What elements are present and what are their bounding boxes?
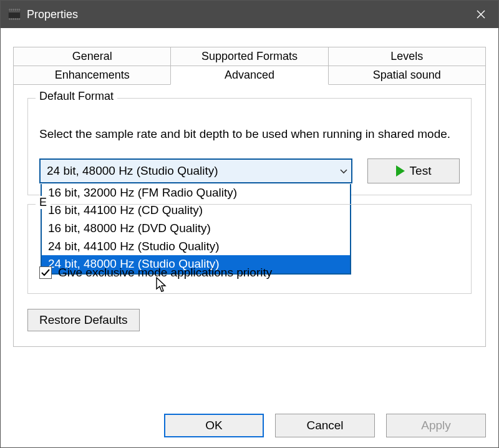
close-button[interactable]	[466, 1, 496, 28]
group-exclusive-mode-legend: E	[36, 196, 51, 209]
dialog-footer: OK Cancel Apply	[1, 404, 498, 447]
tab-advanced[interactable]: Advanced	[170, 66, 328, 85]
ok-button[interactable]: OK	[164, 414, 264, 437]
properties-window: Properties General Supported Formats Lev…	[0, 0, 499, 448]
group-default-format-legend: Default Format	[36, 90, 117, 103]
svg-rect-9	[11, 18, 12, 20]
group-default-format: Default Format Select the sample rate an…	[27, 98, 472, 195]
svg-rect-10	[13, 18, 14, 20]
tab-body-advanced: Default Format Select the sample rate an…	[13, 84, 486, 347]
svg-rect-7	[19, 9, 20, 11]
titlebar: Properties	[1, 1, 498, 28]
svg-rect-5	[15, 9, 16, 11]
svg-rect-8	[9, 18, 11, 20]
svg-rect-12	[17, 18, 18, 20]
svg-rect-1	[9, 11, 20, 12]
default-format-description: Select the sample rate and bit depth to …	[39, 126, 460, 142]
tab-spatial-sound[interactable]: Spatial sound	[328, 66, 486, 85]
svg-rect-6	[17, 9, 18, 11]
tab-supported-formats[interactable]: Supported Formats	[170, 47, 328, 66]
close-icon	[477, 10, 485, 19]
tab-general[interactable]: General	[13, 47, 171, 66]
svg-rect-3	[11, 9, 12, 11]
test-button-label: Test	[410, 164, 432, 178]
tabs-row-2: Enhancements Advanced Spatial sound	[13, 66, 486, 85]
play-icon	[396, 165, 405, 177]
give-priority-checkbox[interactable]	[39, 266, 52, 279]
window-icon	[8, 9, 21, 20]
svg-rect-11	[15, 18, 16, 20]
test-button[interactable]: Test	[367, 158, 460, 183]
client-area: General Supported Formats Levels Enhance…	[1, 28, 498, 404]
combobox-value: 24 bit, 48000 Hz (Studio Quality)	[47, 164, 218, 178]
give-priority-label: Give exclusive mode applications priorit…	[58, 266, 272, 280]
give-priority-row: Give exclusive mode applications priorit…	[39, 213, 460, 280]
tab-levels[interactable]: Levels	[328, 47, 486, 66]
default-format-row: 24 bit, 48000 Hz (Studio Quality) 16 bit…	[39, 158, 460, 183]
tabs-row-1: General Supported Formats Levels	[13, 47, 486, 66]
svg-rect-4	[13, 9, 14, 11]
checkmark-icon	[41, 268, 51, 278]
tab-enhancements[interactable]: Enhancements	[13, 66, 171, 85]
format-option-0[interactable]: 16 bit, 32000 Hz (FM Radio Quality)	[42, 184, 350, 202]
chevron-down-icon	[334, 166, 347, 176]
group-exclusive-mode: E Give exclusive mode applications prior…	[27, 204, 472, 294]
default-format-combobox[interactable]: 24 bit, 48000 Hz (Studio Quality) 16 bit…	[39, 158, 352, 183]
window-title: Properties	[27, 8, 466, 21]
svg-rect-2	[9, 9, 11, 11]
restore-defaults-button[interactable]: Restore Defaults	[27, 309, 140, 331]
cancel-button[interactable]: Cancel	[275, 414, 375, 437]
apply-button[interactable]: Apply	[386, 414, 486, 437]
svg-rect-13	[19, 18, 20, 20]
